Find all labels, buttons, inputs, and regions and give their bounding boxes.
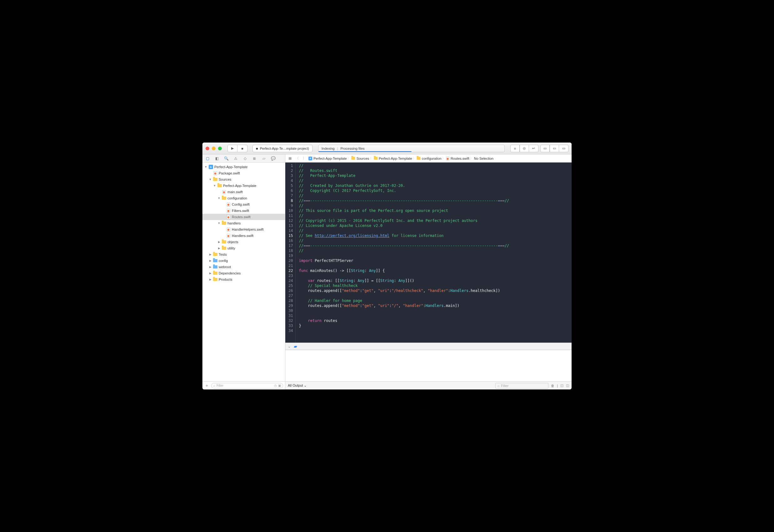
source-control-navigator-tab[interactable]: ◧ — [214, 156, 219, 161]
disclosure-triangle[interactable]: ▶ — [209, 272, 212, 275]
disclosure-triangle[interactable]: ▼ — [213, 184, 216, 187]
jumpbar-crumb[interactable]: No Selection — [474, 157, 493, 160]
symbol-navigator-tab[interactable]: 🔍 — [224, 156, 229, 161]
console-output-selector[interactable]: All Output ⌄ — [288, 384, 307, 388]
code-line[interactable]: // — [299, 228, 509, 233]
code-line[interactable]: // Handler for home page — [299, 298, 509, 303]
console-filter-field[interactable]: ⌕ Filter — [495, 383, 548, 389]
tree-item[interactable]: ▼Perfect-App-Template — [203, 183, 285, 189]
code-line[interactable]: // Special healthcheck — [299, 283, 509, 288]
breakpoint-toggle-icon[interactable]: ▰ — [294, 344, 297, 349]
clear-console-icon[interactable]: 🗑 — [551, 384, 554, 388]
tree-item[interactable]: HandlerHelpers.swift — [203, 226, 285, 233]
code-line[interactable]: //===-----------------------------------… — [299, 243, 509, 248]
code-line[interactable]: return routes — [299, 318, 509, 323]
assistant-editor-button[interactable]: ◎ — [520, 145, 529, 152]
disclosure-triangle[interactable]: ▼ — [218, 222, 221, 225]
code-line[interactable] — [299, 308, 509, 313]
code-line[interactable]: // — [299, 203, 509, 208]
tree-item[interactable]: ▼APerfect-App-Template — [203, 164, 285, 170]
tree-item[interactable]: ▶config — [203, 258, 285, 264]
code-line[interactable]: // — [299, 193, 509, 198]
disclosure-triangle[interactable]: ▶ — [209, 278, 212, 281]
code-line[interactable]: // See http://perfect.org/licensing.html… — [299, 233, 509, 238]
tree-item[interactable]: Filters.swift — [203, 208, 285, 214]
disclosure-triangle[interactable]: ▶ — [209, 253, 212, 256]
tree-item[interactable]: Package.swift — [203, 170, 285, 176]
report-navigator-tab[interactable]: 💬 — [271, 156, 276, 161]
disclosure-triangle[interactable]: ▼ — [204, 165, 208, 168]
code-line[interactable]: // — [299, 238, 509, 243]
tree-item[interactable]: ▼handlers — [203, 220, 285, 226]
stop-button[interactable]: ■ — [238, 145, 248, 152]
standard-editor-button[interactable]: ≡ — [510, 145, 520, 152]
code-line[interactable]: routes.append(["method":"get", "uri":"/h… — [299, 288, 509, 293]
minimize-window-button[interactable] — [212, 147, 216, 150]
jumpbar-crumb[interactable]: configuration — [417, 157, 441, 160]
back-button[interactable]: 〈 — [294, 156, 300, 161]
breakpoint-navigator-tab[interactable]: ▱ — [261, 156, 266, 161]
code-editor[interactable]: 1234567891011121314151617181920212223242… — [285, 163, 571, 343]
code-line[interactable]: import PerfectHTTPServer — [299, 258, 509, 263]
tree-item[interactable]: ▶Tests — [203, 251, 285, 258]
toggle-navigator-button[interactable]: ▭ — [540, 145, 550, 152]
tree-item[interactable]: ▶objects — [203, 239, 285, 245]
code-line[interactable] — [299, 313, 509, 318]
toggle-inspector-button[interactable]: ▭ — [559, 145, 568, 152]
jumpbar-crumb[interactable]: Routes.swift — [446, 157, 469, 160]
code-line[interactable]: var routes: [[String: Any]] = [[String: … — [299, 278, 509, 283]
project-tree[interactable]: ▼APerfect-App-TemplatePackage.swift▼Sour… — [203, 163, 285, 381]
debug-navigator-tab[interactable]: ≣ — [252, 156, 257, 161]
console-output[interactable] — [285, 350, 571, 381]
tree-item[interactable]: Handlers.swift — [203, 233, 285, 239]
code-line[interactable]: } — [299, 323, 509, 328]
code-line[interactable] — [299, 273, 509, 278]
toggle-left-pane-icon[interactable]: ◫ — [560, 384, 563, 388]
forward-button[interactable]: 〉 — [301, 156, 307, 161]
jumpbar-crumb[interactable]: Perfect-App-Template — [374, 157, 412, 160]
code-line[interactable] — [299, 293, 509, 298]
code-line[interactable]: //===-----------------------------------… — [299, 198, 509, 203]
tree-item[interactable]: main.swift — [203, 189, 285, 195]
code-line[interactable]: // Licensed under Apache License v2.0 — [299, 223, 509, 228]
disclosure-triangle[interactable]: ▼ — [218, 197, 221, 200]
issue-navigator-tab[interactable]: ⚠ — [233, 156, 238, 161]
close-window-button[interactable] — [206, 147, 209, 150]
code-line[interactable]: // — [299, 248, 509, 253]
code-line[interactable]: routes.append(["method":"get", "uri":"/"… — [299, 303, 509, 308]
run-button[interactable]: ▶ — [228, 145, 238, 152]
code-line[interactable]: // — [299, 178, 509, 183]
tree-item[interactable]: ▶Dependencies — [203, 270, 285, 276]
tree-item[interactable]: ▶utility — [203, 245, 285, 251]
jumpbar-crumb[interactable]: Sources — [351, 157, 369, 160]
tree-item[interactable]: Routes.swift — [203, 214, 285, 220]
sidebar-filter-field[interactable]: ⌕ Filter ◷ ▣ — [211, 383, 283, 389]
code-line[interactable]: // Copyright (C) 2017 PerfectlySoft, Inc… — [299, 188, 509, 193]
code-line[interactable] — [299, 328, 509, 333]
scheme-selector[interactable]: ■ Perfect-App-Te…mplate project) — [253, 145, 313, 152]
jumpbar-crumb[interactable]: APerfect-App-Template — [309, 157, 347, 160]
project-navigator-tab[interactable]: ▢ — [205, 156, 210, 161]
tree-item[interactable]: ▶Products — [203, 276, 285, 283]
tree-item[interactable]: ▼Sources — [203, 176, 285, 183]
disclosure-triangle[interactable]: ▶ — [218, 240, 221, 243]
code-line[interactable]: // — [299, 213, 509, 218]
code-line[interactable] — [299, 263, 509, 268]
code-line[interactable]: func mainRoutes() -> [[String: Any]] { — [299, 268, 509, 273]
disclosure-triangle[interactable]: ▶ — [209, 265, 212, 269]
toggle-right-pane-icon[interactable]: ◫ — [566, 384, 569, 388]
tree-item[interactable]: Config.swift — [203, 201, 285, 208]
toggle-variables-icon[interactable]: ⌄ — [288, 344, 291, 349]
code-line[interactable]: // Routes.swift — [299, 168, 509, 173]
code-line[interactable]: // Created by Jonathan Guthrie on 2017-0… — [299, 183, 509, 188]
add-button[interactable]: ＋ — [204, 383, 209, 389]
disclosure-triangle[interactable]: ▶ — [209, 259, 212, 262]
code-line[interactable]: // This source file is part of the Perfe… — [299, 208, 509, 213]
tree-item[interactable]: ▼configuration — [203, 195, 285, 201]
related-items-icon[interactable]: ▦ — [287, 156, 293, 160]
disclosure-triangle[interactable]: ▼ — [209, 178, 212, 181]
code-line[interactable]: // — [299, 163, 509, 168]
code-line[interactable]: // Perfect-App-Template — [299, 173, 509, 178]
code-line[interactable]: // Copyright (c) 2015 - 2016 PerfectlySo… — [299, 218, 509, 223]
code-content[interactable]: //// Routes.swift// Perfect-App-Template… — [296, 163, 512, 343]
